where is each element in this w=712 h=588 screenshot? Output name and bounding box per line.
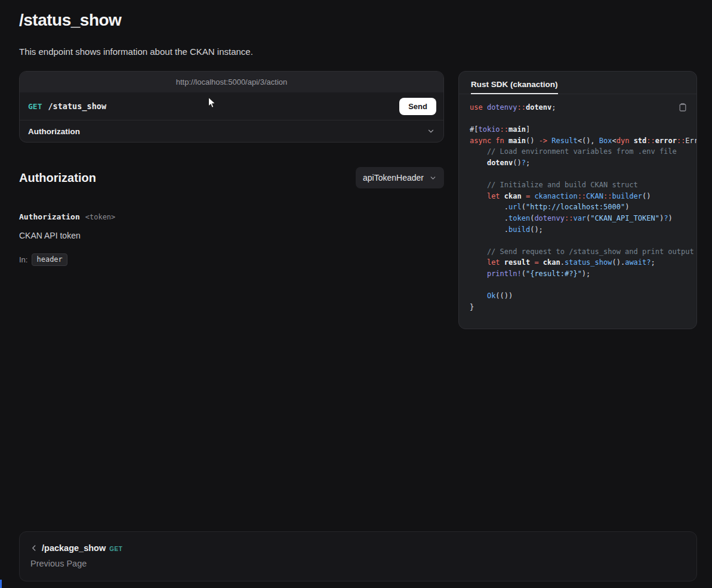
- page-title: /status_show: [19, 11, 697, 30]
- chevron-down-icon: [427, 127, 435, 135]
- base-url-bar: http://localhost:5000/api/3/action: [20, 72, 443, 92]
- page-description: This endpoint shows information about th…: [19, 47, 697, 57]
- http-method-label: GET: [28, 102, 42, 111]
- auth-row-label: Authorization: [28, 127, 80, 136]
- param-in-badge: header: [32, 253, 67, 266]
- request-row: GET /status_show Send: [20, 92, 443, 120]
- scroll-indicator-strip: [0, 580, 2, 588]
- code-tabbar: Rust SDK (ckanaction): [459, 72, 696, 94]
- main-content: /status_show This endpoint shows informa…: [0, 0, 712, 531]
- auth-scheme-value: apiTokenHeader: [363, 173, 424, 182]
- chevron-down-icon: [429, 174, 437, 182]
- request-client-card: http://localhost:5000/api/3/action GET /…: [19, 71, 444, 143]
- auth-scheme-select[interactable]: apiTokenHeader: [356, 167, 444, 188]
- code-block: use dotenvy::dotenv; #[tokio::main]async…: [459, 94, 696, 329]
- previous-page-label: Previous Page: [30, 559, 686, 568]
- clipboard-icon[interactable]: [677, 101, 689, 113]
- auth-param-name: Authorization: [19, 212, 80, 221]
- authorization-heading: Authorization: [19, 171, 96, 185]
- auth-param-type: <token>: [85, 213, 116, 221]
- endpoint-path: /status_show: [48, 101, 106, 111]
- previous-page-method: GET: [109, 546, 122, 552]
- previous-page-path: /package_show: [42, 543, 106, 553]
- send-button[interactable]: Send: [399, 98, 436, 115]
- code-sample-card: Rust SDK (ckanaction) use dotenvy::doten…: [458, 71, 697, 329]
- previous-page-link[interactable]: /package_show GET Previous Page: [19, 531, 697, 581]
- auth-collapsible-row[interactable]: Authorization: [20, 120, 443, 142]
- chevron-left-icon: [30, 544, 38, 552]
- auth-param-description: CKAN API token: [19, 231, 444, 240]
- tab-rust-sdk[interactable]: Rust SDK (ckanaction): [471, 80, 558, 94]
- param-in-label: In:: [19, 255, 27, 264]
